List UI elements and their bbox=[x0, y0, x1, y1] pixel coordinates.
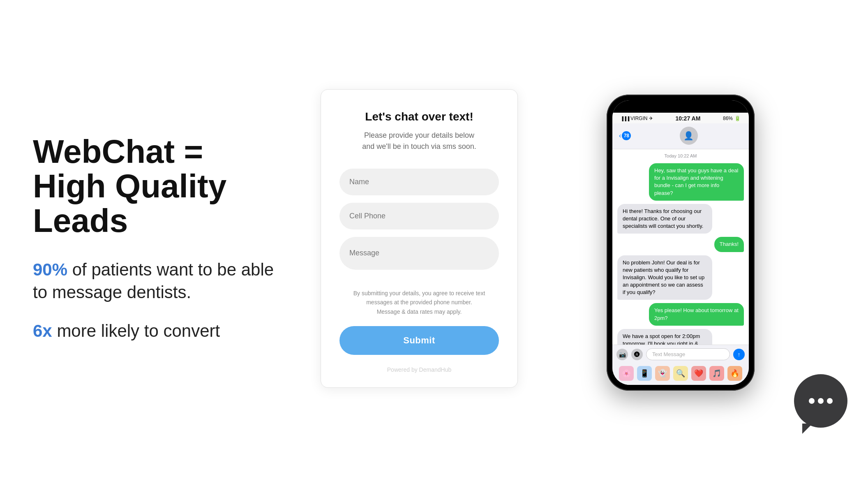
carrier-label: ▐▐▐ VIRGIN ✈ bbox=[621, 116, 653, 121]
input-icons: 📷 🅐 bbox=[616, 349, 643, 360]
input-bar: 📷 🅐 Text Message ↑ bbox=[612, 345, 749, 364]
message-bubble: Hi there! Thanks for choosing our dental… bbox=[617, 204, 712, 234]
stat-1: 90% of patients want to be able to messa… bbox=[33, 259, 288, 303]
message-bubble: We have a spot open for 2:00pm tomorrow.… bbox=[617, 329, 712, 345]
battery-label: 86% bbox=[723, 116, 733, 121]
status-icons: 86% 🔋 bbox=[723, 116, 741, 121]
stat1-highlight: 90% bbox=[33, 260, 67, 279]
message-bubble: No problem John! Our deal is for new pat… bbox=[617, 255, 712, 300]
search-app[interactable]: 🔍 bbox=[673, 366, 688, 381]
stat1-text: of patients want to be able to message d… bbox=[33, 260, 274, 302]
headline: WebChat = High Quality Leads bbox=[33, 134, 288, 238]
powered-by: Powered by DemandHub bbox=[339, 366, 499, 373]
stat-2: 6x more likely to convert bbox=[33, 320, 288, 343]
status-bar: ▐▐▐ VIRGIN ✈ 10:27 AM 86% 🔋 bbox=[612, 113, 749, 123]
chevron-left-icon: ‹ bbox=[619, 132, 621, 139]
dot-3 bbox=[827, 398, 833, 404]
avatar: 👤 bbox=[680, 127, 698, 145]
center-section: Let's chat over text! Please provide you… bbox=[312, 89, 526, 388]
left-section: WebChat = High Quality Leads 90% of pati… bbox=[33, 134, 312, 343]
status-time: 10:27 AM bbox=[675, 115, 700, 122]
message-bubble: Hey, saw that you guys have a deal for a… bbox=[649, 163, 744, 201]
chat-bubble-overlay bbox=[794, 374, 847, 428]
date-label: Today 10:22 AM bbox=[617, 153, 744, 158]
form-title: Let's chat over text! bbox=[339, 110, 499, 123]
dot-1 bbox=[809, 398, 815, 404]
dot-2 bbox=[818, 398, 824, 404]
imessage-header: ‹ 78 👤 bbox=[612, 123, 749, 149]
stat2-text: more likely to convert bbox=[52, 321, 220, 340]
right-section: ▐▐▐ VIRGIN ✈ 10:27 AM 86% 🔋 ‹ 78 👤 bbox=[526, 16, 835, 461]
battery-icon: 🔋 bbox=[734, 116, 741, 121]
text-message-input[interactable]: Text Message bbox=[646, 348, 730, 360]
fire-app[interactable]: 🔥 bbox=[727, 366, 742, 381]
phone-notch bbox=[612, 100, 749, 113]
stats-container: 90% of patients want to be able to messa… bbox=[33, 259, 288, 343]
contact-area: 👤 bbox=[635, 127, 742, 145]
snapchat-app[interactable]: 👻 bbox=[655, 366, 670, 381]
send-button[interactable]: ↑ bbox=[733, 349, 745, 360]
heart-app[interactable]: ❤️ bbox=[691, 366, 706, 381]
appstore-app[interactable]: 📱 bbox=[637, 366, 652, 381]
photos-app[interactable]: 🌸 bbox=[619, 366, 634, 381]
form-disclaimer: By submitting your details, you agree to… bbox=[339, 289, 499, 316]
name-input[interactable] bbox=[339, 169, 499, 195]
main-container: WebChat = High Quality Leads 90% of pati… bbox=[0, 0, 868, 477]
camera-icon[interactable]: 📷 bbox=[616, 349, 628, 360]
message-bubble: Thanks! bbox=[714, 237, 744, 252]
typing-dots bbox=[809, 398, 833, 404]
phone-mockup: ▐▐▐ VIRGIN ✈ 10:27 AM 86% 🔋 ‹ 78 👤 bbox=[607, 95, 755, 391]
form-subtitle: Please provide your details belowand we'… bbox=[339, 130, 499, 152]
music-app[interactable]: 🎵 bbox=[709, 366, 724, 381]
chat-form-card: Let's chat over text! Please provide you… bbox=[321, 89, 518, 388]
app-dock: 🌸 📱 👻 🔍 ❤️ 🎵 🔥 bbox=[612, 364, 749, 385]
phone-input[interactable] bbox=[339, 203, 499, 229]
notch-cutout bbox=[656, 102, 705, 111]
submit-button[interactable]: Submit bbox=[339, 326, 499, 355]
dark-chat-bubble bbox=[794, 374, 847, 428]
messages-area: Today 10:22 AM Hey, saw that you guys ha… bbox=[612, 149, 749, 345]
message-bubble: Yes please! How about tomorrow at 2pm? bbox=[649, 303, 744, 325]
back-button[interactable]: ‹ 78 bbox=[619, 131, 631, 140]
app-store-icon[interactable]: 🅐 bbox=[631, 349, 643, 360]
message-input[interactable] bbox=[339, 237, 499, 270]
stat2-highlight: 6x bbox=[33, 321, 52, 340]
back-badge: 78 bbox=[622, 131, 631, 140]
phone-screen: ▐▐▐ VIRGIN ✈ 10:27 AM 86% 🔋 ‹ 78 👤 bbox=[612, 100, 749, 385]
